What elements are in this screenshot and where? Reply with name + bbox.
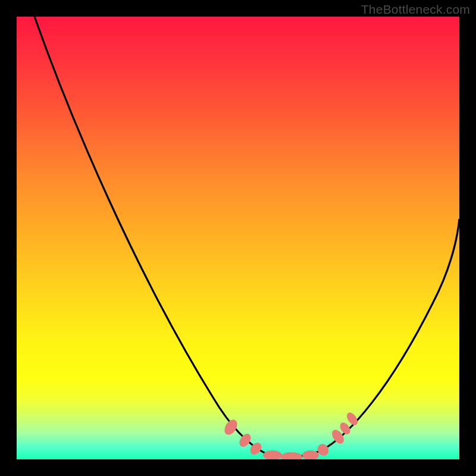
- chart-frame: TheBottleneck.com: [0, 0, 476, 476]
- curve-left-branch: [35, 17, 267, 454]
- plot-area: [17, 17, 459, 459]
- bottleneck-curve: [17, 17, 459, 459]
- curve-right-branch: [267, 219, 459, 457]
- svg-point-4: [281, 452, 302, 459]
- valley-markers: [222, 411, 360, 459]
- svg-point-3: [263, 450, 282, 459]
- svg-point-0: [222, 417, 240, 437]
- watermark-text: TheBottleneck.com: [361, 2, 470, 17]
